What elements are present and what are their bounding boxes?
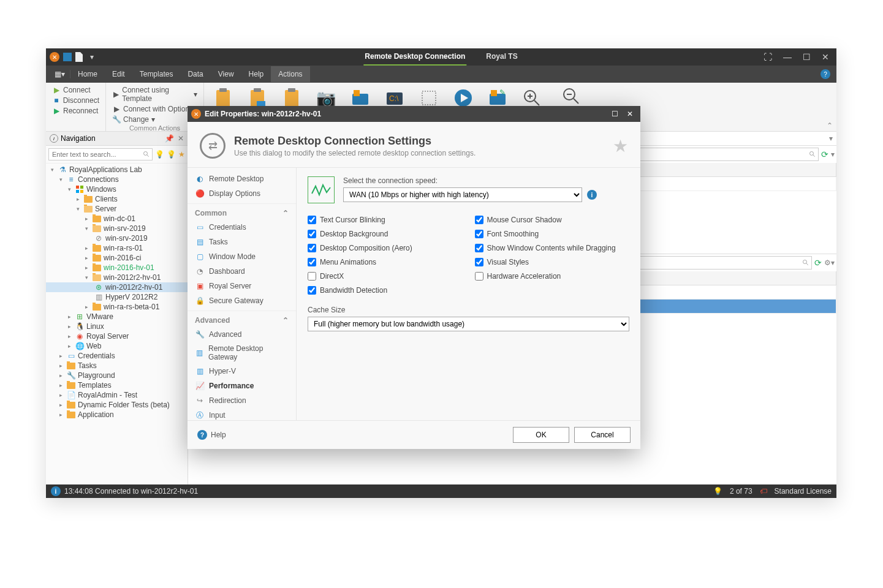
checkbox[interactable] [308,230,316,238]
tree-web[interactable]: ▸🌐Web [46,341,188,351]
check-show-window-contents-while-dragging[interactable]: Show Window Contents while Dragging [475,244,630,252]
maximize-icon[interactable]: ☐ [803,52,811,62]
maximize-icon[interactable]: ☐ [612,110,618,118]
side-section-advanced[interactable]: Advanced⌃ [188,311,296,327]
side-remote-desktop[interactable]: ◐Remote Desktop [188,172,296,186]
checkbox[interactable] [475,244,483,252]
menu-templates[interactable]: Templates [132,66,181,82]
side-hyperv[interactable]: ▥Hyper-V [188,364,296,379]
gear-icon[interactable]: ⚙▾ [824,258,835,267]
check-visual-styles[interactable]: Visual Styles [475,258,630,266]
close-icon[interactable]: ✕ [822,52,829,62]
checkbox[interactable] [475,216,483,224]
save-icon[interactable] [63,53,72,61]
ok-button[interactable]: OK [513,427,569,443]
tree-vmware[interactable]: ▸⊞VMware [46,312,188,322]
tree-item[interactable]: ▾win-2012r2-hv-01 [46,273,188,282]
menu-edit[interactable]: Edit [105,66,132,82]
tree-item[interactable]: ▸win-ra-rs-beta-01 [46,302,188,312]
tree-playground[interactable]: ▸🔧Playground [46,371,188,380]
panel-close-icon[interactable]: ✕ [178,134,184,143]
bulb-off-icon[interactable]: 💡 [167,150,176,159]
check-directx[interactable]: DirectX [308,272,463,281]
disconnect-button[interactable]: ■Disconnect [51,96,100,105]
favorite-star-icon[interactable]: ★ [613,136,628,156]
checkbox[interactable] [475,258,483,266]
menu-actions[interactable]: Actions [271,66,309,82]
tree-item[interactable]: ▸win-2016-ci [46,253,188,263]
fullscreen-icon[interactable]: ⛶ [764,52,772,62]
check-text-cursor-blinking[interactable]: Text Cursor Blinking [308,216,463,224]
change-button[interactable]: 🔧Change ▾ [111,115,199,124]
nav-tree[interactable]: ▾⚗RoyalApplications Lab ▾≡Connections ▾W… [46,164,188,484]
checkbox[interactable] [308,286,316,295]
panel-layout-icon[interactable]: ▦▾ [50,70,70,78]
tree-item-selected[interactable]: ⊛win-2012r2-hv-01 [46,282,188,292]
bulb-icon[interactable]: 💡 [713,487,722,496]
connect-button[interactable]: ▶Connect [51,85,100,95]
menu-data[interactable]: Data [180,66,210,82]
help-link[interactable]: ? Help [197,430,226,440]
cancel-button[interactable]: Cancel [574,427,631,443]
tree-connections[interactable]: ▾≡Connections [46,175,188,184]
check-menu-animations[interactable]: Menu Animations [308,258,463,266]
menu-help[interactable]: Help [241,66,271,82]
refresh-icon[interactable]: ⟳ [821,149,828,159]
connect-options-button[interactable]: ▶Connect with Options [111,104,199,114]
dropdown-icon[interactable]: ▾ [86,53,94,61]
connect-template-button[interactable]: ▶Connect using Template ▾ [111,85,199,104]
tree-windows[interactable]: ▾Windows [46,184,188,194]
tab-connection[interactable]: Remote Desktop Connection [363,48,466,66]
side-advanced[interactable]: 🔧Advanced [188,327,296,342]
reconnect-button[interactable]: ▶Reconnect [51,106,100,116]
side-input[interactable]: ⒶInput [188,408,296,420]
close-icon[interactable]: ✕ [627,110,633,118]
check-hardware-acceleration[interactable]: Hardware Acceleration [475,272,630,281]
checkbox[interactable] [475,230,483,238]
nav-search-input[interactable] [48,148,153,160]
help-icon[interactable]: ? [820,69,830,79]
side-performance[interactable]: 📈Performance [188,379,296,393]
pin-icon[interactable]: 📌 [165,134,174,143]
tree-templates[interactable]: ▸Templates [46,380,188,390]
speed-select[interactable]: WAN (10 Mbps or higher with high latency… [343,187,582,202]
tree-item[interactable]: ▥HyperV 2012R2 [46,292,188,302]
side-display-options[interactable]: 🔴Display Options [188,186,296,201]
side-credentials[interactable]: ▭Credentials [188,220,296,235]
side-window-mode[interactable]: ▢Window Mode [188,249,296,264]
bulb-icon[interactable]: 💡 [155,150,164,159]
menu-view[interactable]: View [211,66,241,82]
tree-clients[interactable]: ▸Clients [46,194,188,204]
tree-item[interactable]: ▾win-srv-2019 [46,224,188,233]
tree-application[interactable]: ▸Application [46,410,188,420]
refresh-icon[interactable]: ⟳ [814,258,822,268]
check-font-smoothing[interactable]: Font Smoothing [475,230,630,238]
checkbox[interactable] [475,272,483,281]
side-secure-gateway[interactable]: 🔒Secure Gateway [188,293,296,308]
tree-royaladmin[interactable]: ▸📄RoyalAdmin - Test [46,390,188,400]
side-redirection[interactable]: ↪Redirection [188,393,296,408]
minimize-icon[interactable]: ― [783,52,792,62]
tree-server[interactable]: ▾Server [46,204,188,214]
tab-royalts[interactable]: Royal TS [485,48,518,66]
checkbox[interactable] [308,216,316,224]
info-icon[interactable]: i [587,190,597,200]
tree-item[interactable]: ▸win-ra-rs-01 [46,243,188,253]
tab-dropdown-icon[interactable]: ▾ [829,134,833,143]
menu-home[interactable]: Home [70,66,105,82]
side-dashboard[interactable]: ◔Dashboard [188,264,296,279]
side-royal-server[interactable]: ▣Royal Server [188,279,296,293]
dropdown-icon[interactable]: ▾ [831,150,835,159]
document-icon[interactable] [75,52,83,62]
side-section-common[interactable]: Common⌃ [188,203,296,220]
check-desktop-background[interactable]: Desktop Background [308,230,463,238]
tree-item[interactable]: ⊘win-srv-2019 [46,233,188,243]
tree-item[interactable]: ▸win-2016-hv-01 [46,263,188,273]
tree-item[interactable]: ▸win-dc-01 [46,214,188,224]
check-bandwidth-detection[interactable]: Bandwidth Detection [308,286,463,295]
tree-root[interactable]: ▾⚗RoyalApplications Lab [46,165,188,175]
checkbox[interactable] [308,258,316,266]
star-icon[interactable]: ★ [178,150,185,159]
ribbon-collapse-icon[interactable]: ⌃ [827,121,833,130]
tree-royalserver[interactable]: ▸◉Royal Server [46,331,188,341]
